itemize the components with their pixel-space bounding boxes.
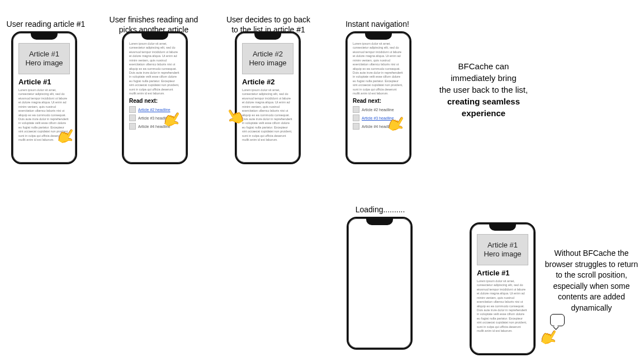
list-item-label: Article #2 headline xyxy=(138,108,171,112)
article-body: Lorem ipsum dolor sit amet, consectetur … xyxy=(353,42,404,96)
phone-1-screen: Article #1 Hero image Article #1 Lorem i… xyxy=(16,41,72,159)
hero-image-placeholder: Article #1 Hero image xyxy=(18,43,70,74)
list-item[interactable]: Article #3 headline xyxy=(353,115,404,121)
hero-image-placeholder: Article #2 Hero image xyxy=(242,43,293,74)
desc-line: the user back to the list, xyxy=(439,85,528,94)
thumb-icon xyxy=(353,115,359,121)
speech-bubble-icon xyxy=(550,314,565,326)
phone-2-screen: Lorem ipsum dolor sit amet, consectetur … xyxy=(127,41,183,159)
list-item-label: Article #3 headline xyxy=(362,116,394,120)
desc-line: immediately bring xyxy=(451,73,517,83)
notch-icon xyxy=(141,33,168,40)
list-item-label: Article #3 headline xyxy=(138,116,171,120)
hero-image-placeholder: Article #1 Hero image xyxy=(477,234,528,265)
phone-3: Article #2 Hero image Article #2 Lorem i… xyxy=(235,31,301,164)
list-item[interactable]: Article #4 headline xyxy=(353,123,404,130)
desc-bold: experience xyxy=(462,108,505,118)
phone-6-screen: Article #1 Hero image Article #1 Lorem i… xyxy=(475,232,531,350)
list-item[interactable]: Article #4 headline xyxy=(129,123,181,130)
description-top: BFCache can immediately bring the user b… xyxy=(425,60,542,119)
phone-5 xyxy=(347,217,413,350)
caption-1: User reading article #1 xyxy=(0,19,96,29)
list-item-label: Article #4 headline xyxy=(138,125,171,128)
list-item[interactable]: Article #2 headline xyxy=(129,106,181,113)
list-item[interactable]: Article #3 headline xyxy=(129,115,181,121)
article-body: Lorem ipsum dolor sit amet, consectetur … xyxy=(18,88,70,142)
list-item[interactable]: Article #2 headline xyxy=(353,106,404,113)
caption-4: Instant navigation! xyxy=(330,19,425,29)
thumb-icon xyxy=(129,106,136,113)
notch-icon xyxy=(365,33,392,40)
phone-2: Lorem ipsum dolor sit amet, consectetur … xyxy=(122,31,188,164)
caption-loading: Loading.......... xyxy=(347,204,414,215)
notch-icon xyxy=(254,33,281,40)
notch-icon xyxy=(366,218,393,225)
article-title: Article #2 xyxy=(242,78,293,86)
article-body: Lorem ipsum dolor sit amet, consectetur … xyxy=(129,42,181,96)
phone-5-screen xyxy=(352,226,408,345)
phone-4-screen: Lorem ipsum dolor sit amet, consectetur … xyxy=(351,41,406,159)
read-next-heading: Read next: xyxy=(353,98,404,104)
article-body: Lorem ipsum dolor sit amet, consectetur … xyxy=(477,279,528,333)
phone-3-screen: Article #2 Hero image Article #2 Lorem i… xyxy=(240,41,296,159)
notch-icon xyxy=(31,33,58,40)
thumb-icon xyxy=(129,123,136,130)
read-next-heading: Read next: xyxy=(129,98,181,104)
thumb-icon xyxy=(129,115,136,121)
desc-bold: creating seamless xyxy=(447,97,520,106)
desc-line: BFCache can xyxy=(458,61,509,71)
list-item-label: Article #2 headline xyxy=(362,108,394,112)
phone-6: Article #1 Hero image Article #1 Lorem i… xyxy=(470,222,536,355)
pointing-hand-icon: 👆 xyxy=(537,326,561,351)
article-title: Article #1 xyxy=(477,269,528,277)
phone-1: Article #1 Hero image Article #1 Lorem i… xyxy=(11,31,77,164)
phone-4: Lorem ipsum dolor sit amet, consectetur … xyxy=(345,31,411,164)
description-bottom: Without BFCache the browser struggles to… xyxy=(541,248,642,314)
article-title: Article #1 xyxy=(18,78,70,86)
thumb-icon xyxy=(353,106,359,113)
article-body: Lorem ipsum dolor sit amet, consectetur … xyxy=(242,88,293,142)
list-item-label: Article #4 headline xyxy=(362,125,394,128)
notch-icon xyxy=(489,224,516,231)
thumb-icon xyxy=(353,123,359,130)
